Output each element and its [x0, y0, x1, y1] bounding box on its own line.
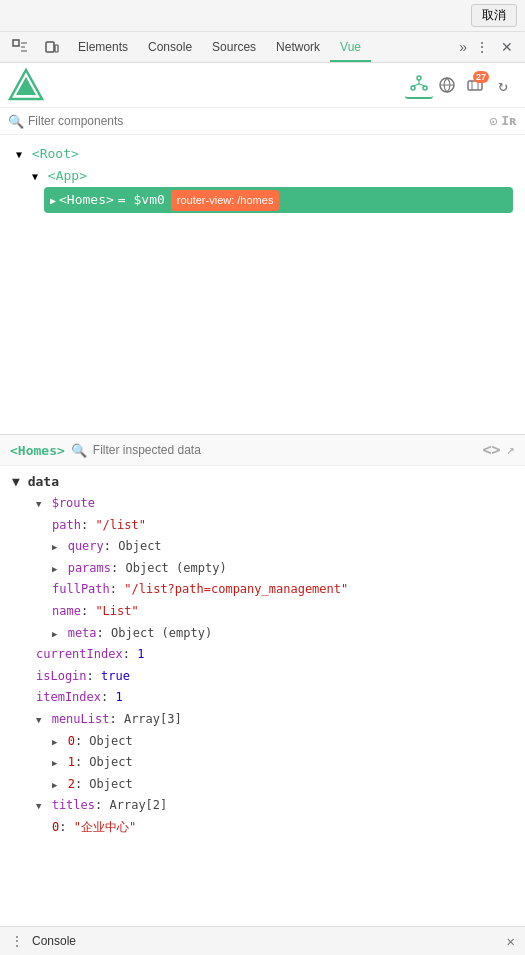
console-label: Console	[32, 934, 507, 948]
is-login-key: isLogin:	[36, 669, 94, 683]
item-index-row: itemIndex: 1	[28, 687, 513, 709]
tab-vue[interactable]: Vue	[330, 32, 371, 62]
route-badge: router-view: /homes	[171, 190, 280, 211]
path-key: path:	[52, 518, 88, 532]
homes-tag: <Homes>	[59, 189, 114, 211]
titles-row[interactable]: ▼ titles: Array[2]	[28, 795, 513, 817]
filter-components-bar: 🔍 ⊙ Iʀ	[0, 108, 525, 135]
path-row: path: "/list"	[44, 515, 513, 537]
params-row[interactable]: ▶ params: Object (empty)	[44, 558, 513, 580]
is-login-value: true	[101, 669, 130, 683]
console-close-icon[interactable]: ✕	[507, 933, 515, 949]
svg-point-5	[417, 76, 421, 80]
titles-value: Array[2]	[109, 798, 167, 812]
bottom-search-icon: 🔍	[71, 443, 87, 458]
tab-sources[interactable]: Sources	[202, 32, 266, 62]
item-index-value: 1	[116, 690, 123, 704]
top-bar: 取消	[0, 0, 525, 32]
menu-list-row[interactable]: ▼ menuList: Array[3]	[28, 709, 513, 731]
query-triangle: ▶	[52, 542, 57, 552]
meta-value: Object (empty)	[111, 626, 212, 640]
tree-homes[interactable]: ▶ <Homes> = $vm0 router-view: /homes	[44, 187, 513, 213]
vuex-icon[interactable]: 27	[461, 71, 489, 99]
params-key: params:	[68, 561, 119, 575]
menu-item-1-triangle: ▶	[52, 758, 57, 768]
filter-inspected-input[interactable]	[93, 443, 483, 457]
menu-item-0-row[interactable]: ▶ 0: Object	[44, 731, 513, 753]
code-brackets-icon[interactable]: <>	[483, 441, 501, 459]
svg-line-10	[419, 84, 425, 86]
menu-list-key: menuList:	[52, 712, 117, 726]
devtools-menu-button[interactable]: ⋮	[471, 33, 493, 61]
vue-toolbar: 27 ↻	[0, 63, 525, 108]
cancel-button[interactable]: 取消	[471, 4, 517, 27]
params-value: Object (empty)	[125, 561, 226, 575]
devtools-tabs: Elements Console Sources Network Vue » ⋮…	[0, 32, 525, 63]
open-external-icon[interactable]: ↗	[507, 441, 515, 459]
inspect-element-button[interactable]	[4, 33, 36, 61]
devtools-close-button[interactable]: ✕	[493, 33, 521, 61]
data-triangle: ▼	[12, 474, 28, 489]
menu-item-2-key: 2:	[68, 777, 82, 791]
fullpath-row: fullPath: "/list?path=company_management…	[44, 579, 513, 601]
fullpath-value: "/list?path=company_management"	[124, 582, 348, 596]
router-icon[interactable]	[433, 71, 461, 99]
device-toggle-button[interactable]	[36, 33, 68, 61]
query-value: Object	[118, 539, 161, 553]
component-tree: ▼ <Root> ▼ <App> ▶ <Homes> = $vm0 router…	[0, 135, 525, 435]
title-0-key: 0:	[52, 820, 66, 834]
filter-format-icon[interactable]: Iʀ	[501, 113, 517, 129]
filter-settings-icon[interactable]: ⊙	[489, 113, 497, 129]
vuex-badge: 27	[473, 71, 489, 83]
meta-key: meta:	[68, 626, 104, 640]
params-triangle: ▶	[52, 564, 57, 574]
svg-rect-1	[46, 42, 54, 52]
query-row[interactable]: ▶ query: Object	[44, 536, 513, 558]
tab-console[interactable]: Console	[138, 32, 202, 62]
component-tree-icon[interactable]	[405, 71, 433, 99]
item-index-key: itemIndex:	[36, 690, 108, 704]
menu-item-0-value: Object	[89, 734, 132, 748]
current-index-value: 1	[137, 647, 144, 661]
root-tag: <Root>	[32, 146, 79, 161]
refresh-icon[interactable]: ↻	[489, 71, 517, 99]
filter-search-icon: 🔍	[8, 114, 24, 129]
current-index-row: currentIndex: 1	[28, 644, 513, 666]
menu-item-1-row[interactable]: ▶ 1: Object	[44, 752, 513, 774]
query-key: query:	[68, 539, 111, 553]
route-triangle: ▼	[36, 499, 41, 509]
more-tabs-button[interactable]: »	[455, 33, 471, 61]
svg-line-9	[413, 84, 419, 86]
filter-components-input[interactable]	[28, 114, 489, 128]
app-tag: <App>	[48, 168, 87, 183]
menu-item-0-triangle: ▶	[52, 737, 57, 747]
menu-item-2-row[interactable]: ▶ 2: Object	[44, 774, 513, 796]
tab-elements[interactable]: Elements	[68, 32, 138, 62]
bottom-panel-header: <Homes> 🔍 <> ↗	[0, 435, 525, 466]
tab-network[interactable]: Network	[266, 32, 330, 62]
root-triangle: ▼	[16, 149, 22, 160]
meta-row[interactable]: ▶ meta: Object (empty)	[44, 623, 513, 645]
data-inspector: ▼ ▼ data data ▼ $route path: "/list" ▶ q…	[0, 466, 525, 847]
data-section-label: ▼ ▼ data data	[12, 474, 513, 489]
menu-item-2-triangle: ▶	[52, 780, 57, 790]
fullpath-key: fullPath:	[52, 582, 117, 596]
title-0-row: 0: "企业中心"	[44, 817, 513, 839]
tree-root[interactable]: ▼ <Root>	[12, 143, 513, 165]
console-menu-icon[interactable]: ⋮	[10, 933, 24, 949]
svg-rect-0	[13, 40, 19, 46]
svg-point-6	[411, 86, 415, 90]
path-value: "/list"	[95, 518, 146, 532]
route-section[interactable]: ▼ $route	[28, 493, 513, 515]
app-triangle: ▼	[32, 171, 38, 182]
name-row: name: "List"	[44, 601, 513, 623]
menu-list-triangle: ▼	[36, 715, 41, 725]
vue-logo	[8, 67, 44, 103]
svg-point-7	[423, 86, 427, 90]
title-0-value: "企业中心"	[74, 820, 136, 834]
bottom-component-name: <Homes>	[10, 443, 65, 458]
tree-app[interactable]: ▼ <App>	[28, 165, 513, 187]
homes-vm: = $vm0	[118, 189, 165, 211]
current-index-key: currentIndex:	[36, 647, 130, 661]
menu-list-value: Array[3]	[124, 712, 182, 726]
